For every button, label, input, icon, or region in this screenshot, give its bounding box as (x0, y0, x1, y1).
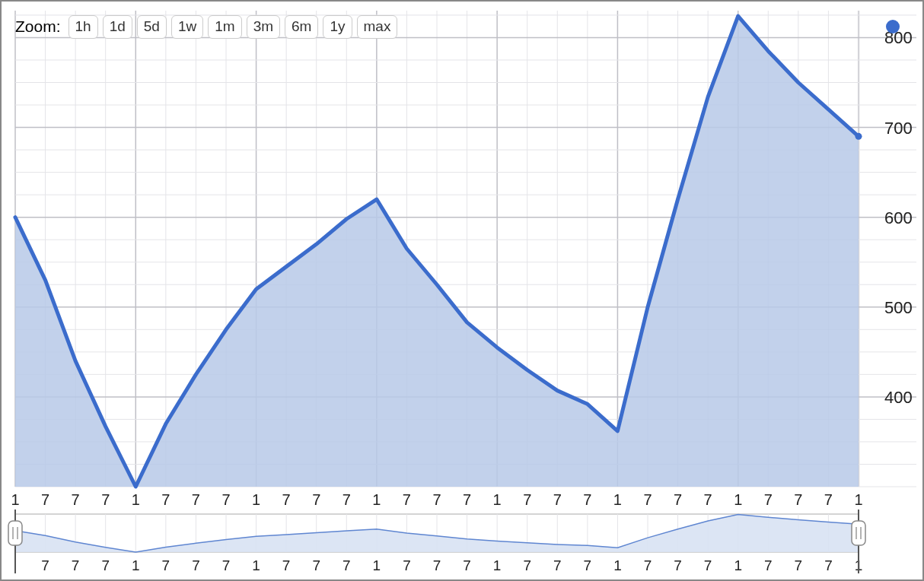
overview-tick-label: 1 (734, 557, 742, 573)
zoom-button-1m[interactable]: 1m (208, 15, 241, 39)
x-tick-label: 7 (403, 491, 411, 508)
chart-svg: 4005006007008001777177717771777177717771… (8, 8, 919, 576)
x-tick-label: 7 (282, 491, 291, 508)
zoom-button-1h[interactable]: 1h (69, 15, 98, 39)
overview-tick-label: 7 (824, 557, 833, 573)
x-tick-label: 7 (674, 491, 682, 508)
x-tick-label: 1 (613, 491, 622, 508)
x-tick-label: 7 (312, 491, 320, 508)
x-tick-label: 7 (704, 491, 712, 508)
zoom-button-1w[interactable]: 1w (171, 15, 203, 39)
overview-tick-label: 7 (704, 557, 712, 573)
overview-tick-label: 1 (613, 557, 622, 573)
zoom-button-1d[interactable]: 1d (103, 15, 132, 39)
overview-tick-label: 7 (795, 557, 803, 573)
overview-tick-label: 7 (192, 557, 200, 573)
x-tick-label: 7 (221, 491, 230, 508)
x-tick-label: 7 (101, 491, 110, 508)
overview-tick-label: 1 (252, 557, 260, 573)
x-tick-label: 1 (132, 491, 140, 508)
overview-tick-label: 7 (282, 557, 291, 573)
overview-tick-label: 1 (493, 557, 502, 573)
overview-tick-label: 7 (41, 557, 49, 573)
y-tick-label: 400 (884, 388, 913, 407)
x-tick-label: 1 (854, 491, 862, 508)
y-tick-label: 600 (884, 208, 913, 227)
overview-tick-label: 7 (433, 557, 441, 573)
overview-tick-label: 7 (101, 557, 110, 573)
zoom-button-5d[interactable]: 5d (137, 15, 167, 39)
overview-tick-label: 7 (764, 557, 773, 573)
overview-tick-label: 7 (162, 557, 170, 573)
range-handle-right[interactable] (852, 510, 865, 573)
svg-rect-82 (8, 521, 22, 545)
x-tick-label: 1 (493, 491, 502, 508)
y-tick-label: 500 (884, 298, 913, 317)
x-tick-label: 1 (372, 491, 381, 508)
overview-tick-label: 7 (584, 557, 592, 573)
x-tick-label: 1 (734, 491, 742, 508)
overview-tick-label: 1 (132, 557, 140, 573)
x-tick-label: 7 (72, 491, 80, 508)
legend-series-dot[interactable] (886, 20, 900, 33)
zoom-controls: Zoom: 1h 1d 5d 1w 1m 3m 6m 1y max (15, 15, 397, 39)
series-end-point (855, 133, 862, 140)
x-tick-label: 7 (764, 491, 773, 508)
x-tick-label: 7 (794, 491, 802, 508)
svg-rect-86 (852, 521, 865, 545)
x-tick-label: 7 (343, 491, 351, 508)
y-tick-label: 700 (884, 119, 913, 138)
x-tick-label: 7 (432, 491, 441, 508)
overview-tick-label: 7 (674, 557, 682, 573)
overview-tick-label: 7 (644, 557, 652, 573)
x-tick-label: 7 (41, 491, 49, 508)
overview-tick-label: 7 (523, 557, 531, 573)
x-tick-label: 7 (463, 491, 471, 508)
x-tick-label: 1 (11, 491, 19, 508)
x-tick-label: 7 (523, 491, 531, 508)
overview-tick-label: 7 (222, 557, 231, 573)
range-handle-left[interactable] (8, 510, 22, 573)
overview-tick-label: 7 (403, 557, 411, 573)
x-tick-label: 1 (252, 491, 260, 508)
chart-container: Zoom: 1h 1d 5d 1w 1m 3m 6m 1y max 400500… (0, 0, 924, 581)
zoom-button-max[interactable]: max (357, 15, 398, 39)
plot-area: 4005006007008001777177717771777177717771… (8, 8, 916, 573)
x-tick-label: 7 (553, 491, 562, 508)
x-tick-label: 7 (824, 491, 833, 508)
overview-tick-label: 7 (463, 557, 471, 573)
overview-tick-label: 7 (343, 557, 351, 573)
zoom-button-3m[interactable]: 3m (247, 15, 280, 39)
overview-tick-label: 7 (312, 557, 320, 573)
x-tick-label: 7 (192, 491, 200, 508)
x-tick-label: 7 (161, 491, 170, 508)
zoom-button-6m[interactable]: 6m (285, 15, 318, 39)
overview-tick-label: 7 (72, 557, 80, 573)
overview-tick-label: 1 (373, 557, 381, 573)
x-tick-label: 7 (583, 491, 591, 508)
zoom-button-1y[interactable]: 1y (323, 15, 352, 39)
overview-tick-label: 7 (553, 557, 562, 573)
zoom-label: Zoom: (15, 17, 61, 36)
x-tick-label: 7 (643, 491, 652, 508)
